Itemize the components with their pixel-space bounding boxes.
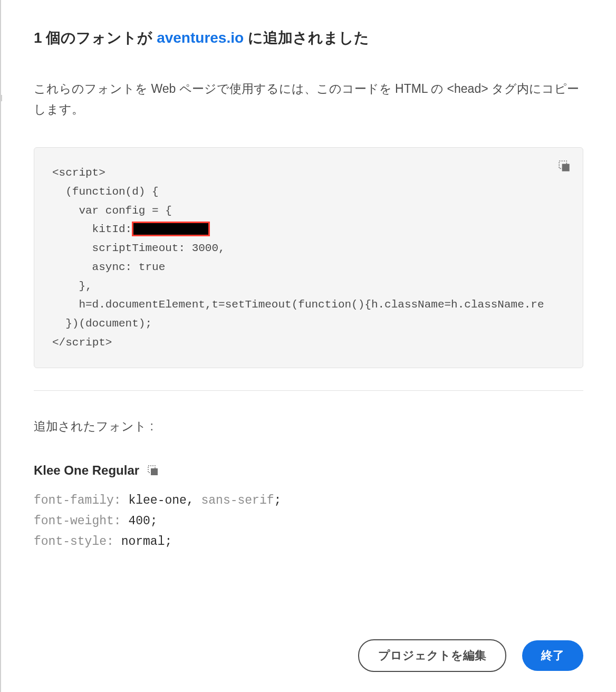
css-semicolon: ; — [274, 494, 282, 507]
css-value: klee-one, — [128, 494, 194, 507]
svg-rect-3 — [151, 468, 158, 475]
embed-code-box: <script> (function(d) { var config = { k… — [34, 147, 583, 368]
added-fonts-heading: 追加されたフォント : — [34, 418, 583, 435]
project-link[interactable]: aventures.io — [157, 30, 244, 46]
title-suffix: に追加されました — [244, 30, 369, 46]
dialog-button-bar: プロジェクトを編集 終了 — [358, 639, 583, 672]
font-name-text: Klee One Regular — [34, 463, 139, 478]
section-divider — [34, 390, 583, 391]
title-prefix: 1 個のフォントが — [34, 30, 157, 46]
embed-code: <script> (function(d) { var config = { k… — [52, 164, 565, 352]
svg-rect-1 — [562, 164, 570, 171]
redacted-kit-id — [132, 222, 210, 236]
done-button[interactable]: 終了 — [522, 640, 583, 671]
copy-font-css-button[interactable] — [147, 464, 159, 477]
copy-code-button[interactable] — [557, 159, 571, 173]
font-entry: Klee One Regular font-family: klee-one, … — [34, 463, 583, 552]
css-semicolon: ; — [150, 514, 158, 528]
css-value: normal — [121, 535, 165, 549]
css-value-fallback: sans-serif — [194, 494, 274, 507]
edit-project-button[interactable]: プロジェクトを編集 — [358, 639, 506, 672]
font-css-lines: font-family: klee-one, sans-serif; font-… — [34, 491, 583, 552]
description-text: これらのフォントを Web ページで使用するには、このコードを HTML の <… — [34, 79, 583, 120]
css-property: font-weight: — [34, 514, 128, 528]
css-property: font-style: — [34, 535, 121, 549]
font-name-row: Klee One Regular — [34, 463, 159, 478]
dialog-title: 1 個のフォントが aventures.io に追加されました — [34, 27, 583, 48]
css-value: 400 — [128, 514, 150, 528]
css-semicolon: ; — [165, 535, 172, 549]
css-property: font-family: — [34, 494, 128, 507]
